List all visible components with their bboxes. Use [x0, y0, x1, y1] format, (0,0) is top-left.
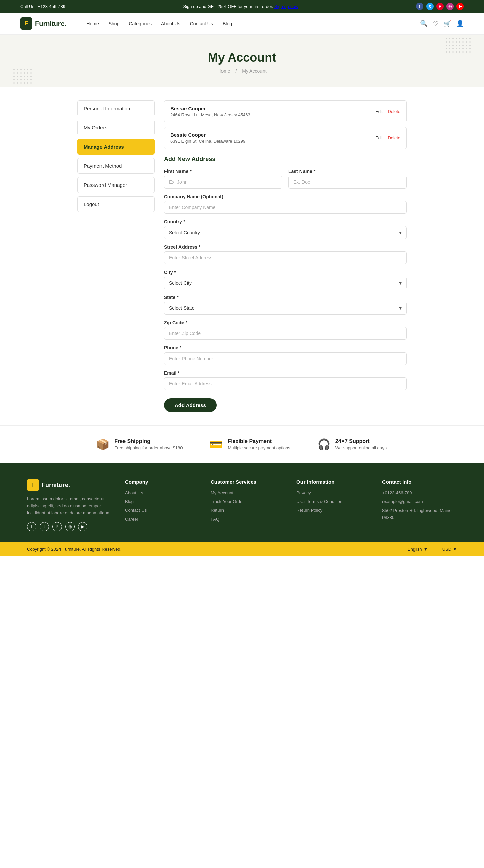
search-icon[interactable]: 🔍: [420, 20, 427, 27]
twitter-icon[interactable]: 𝕥: [426, 3, 433, 10]
footer-col-information: Our Information Privacy User Terms & Con…: [297, 479, 371, 531]
cart-icon[interactable]: 🛒: [444, 20, 451, 27]
edit-button-0[interactable]: Edit: [375, 109, 383, 114]
sidebar-item-password-manager[interactable]: Password Manager: [77, 177, 155, 193]
support-icon: 🎧: [317, 438, 331, 451]
nav-contact[interactable]: Contact Us: [190, 21, 213, 26]
email-group: Email *: [164, 370, 407, 390]
nav-blog[interactable]: Blog: [222, 21, 232, 26]
footer-faq[interactable]: FAQ: [211, 517, 219, 522]
sidebar-item-personal-information[interactable]: Personal Information: [77, 100, 155, 116]
phone-label: Phone *: [164, 345, 407, 350]
state-group: State * Select State ▼: [164, 295, 407, 314]
state-row: State * Select State ▼: [164, 295, 407, 314]
breadcrumb: Home / My Account: [20, 68, 464, 73]
feature-payment: 💳 Flexible Payment Multiple secure payme…: [209, 438, 290, 451]
footer-address: 8502 Preston Rd. Inglewood, Maine 98380: [382, 508, 452, 520]
header-icons: 🔍 ♡ 🛒 👤: [420, 20, 464, 27]
country-select-wrapper: Select Country ▼: [164, 226, 407, 239]
phone-row: Phone *: [164, 345, 407, 365]
footer-col-contact-title: Contact Info: [382, 479, 457, 485]
nav-about[interactable]: About Us: [161, 21, 181, 26]
last-name-input[interactable]: [289, 176, 407, 188]
footer-pinterest-icon[interactable]: P: [53, 522, 62, 531]
shipping-icon: 📦: [96, 438, 110, 451]
state-select[interactable]: Select State: [164, 302, 407, 314]
breadcrumb-separator: /: [236, 68, 238, 73]
breadcrumb-home[interactable]: Home: [217, 68, 230, 73]
footer-career[interactable]: Career: [125, 517, 139, 522]
footer-logo-icon: F: [27, 479, 39, 491]
street-input[interactable]: [164, 251, 407, 264]
country-select[interactable]: Select Country: [164, 226, 407, 239]
top-bar-social: f 𝕥 P ◎ ▶: [416, 3, 464, 10]
delete-button-1[interactable]: Delete: [388, 135, 400, 141]
footer-twitter-icon[interactable]: 𝕥: [40, 522, 49, 531]
zip-input[interactable]: [164, 327, 407, 340]
footer-privacy[interactable]: Privacy: [297, 490, 311, 495]
footer-phone[interactable]: +0123-456-789: [382, 490, 412, 495]
nav-home[interactable]: Home: [86, 21, 99, 26]
pinterest-icon[interactable]: P: [436, 3, 444, 10]
edit-button-1[interactable]: Edit: [375, 135, 383, 141]
first-name-label: First Name *: [164, 169, 282, 174]
breadcrumb-current: My Account: [242, 68, 266, 73]
nav-shop[interactable]: Shop: [109, 21, 120, 26]
footer-about[interactable]: About Us: [125, 490, 143, 495]
footer-bottom: Copyright © 2024 Furniture. All Rights R…: [0, 542, 484, 557]
chevron-down-icon-currency: ▼: [453, 547, 457, 552]
footer-terms[interactable]: User Terms & Condition: [297, 499, 342, 504]
state-label: State *: [164, 295, 407, 300]
footer-facebook-icon[interactable]: f: [27, 522, 36, 531]
footer-email[interactable]: example@gmail.com: [382, 499, 423, 504]
footer-desc: Lorem ipsum dolor sit amet, consectetur …: [27, 496, 114, 517]
wishlist-icon[interactable]: ♡: [433, 20, 438, 27]
nav-categories[interactable]: Categories: [129, 21, 152, 26]
feature-payment-title: Flexible Payment: [228, 438, 290, 444]
youtube-icon[interactable]: ▶: [456, 3, 464, 10]
sidebar-item-my-orders[interactable]: My Orders: [77, 120, 155, 135]
footer-youtube-icon[interactable]: ▶: [78, 522, 87, 531]
email-input[interactable]: [164, 377, 407, 390]
delete-button-0[interactable]: Delete: [388, 109, 400, 114]
payment-icon: 💳: [209, 438, 223, 451]
chevron-down-icon-lang: ▼: [423, 547, 427, 552]
email-label: Email *: [164, 370, 407, 376]
footer-instagram-icon[interactable]: ◎: [65, 522, 74, 531]
feature-support-desc: We support online all days.: [335, 445, 388, 450]
footer-return[interactable]: Return: [211, 508, 224, 513]
signup-link[interactable]: Sign up now: [274, 4, 299, 9]
footer-my-account[interactable]: My Account: [211, 490, 233, 495]
phone-input[interactable]: [164, 352, 407, 365]
hero: document.write(Array(40).fill('<div clas…: [0, 35, 484, 87]
add-address-button[interactable]: Add Address: [164, 398, 217, 412]
logo-text: Furniture.: [35, 20, 66, 28]
footer-contact[interactable]: Contact Us: [125, 508, 147, 513]
main-nav: Home Shop Categories About Us Contact Us…: [86, 21, 420, 26]
footer-return-policy[interactable]: Return Policy: [297, 508, 322, 513]
city-select[interactable]: Select City: [164, 277, 407, 289]
facebook-icon[interactable]: f: [416, 3, 423, 10]
sidebar-item-logout[interactable]: Logout: [77, 196, 155, 212]
footer-track-order[interactable]: Track Your Order: [211, 499, 244, 504]
city-row: City * Select City ▼: [164, 270, 407, 289]
zip-label: Zip Code *: [164, 320, 407, 325]
address-addr-0: 2464 Royal Ln. Mesa, New Jersey 45463: [171, 112, 250, 117]
sidebar-item-payment-method[interactable]: Payment Method: [77, 158, 155, 174]
top-bar-promo: Sign up and GET 25% OFF for your first o…: [183, 4, 299, 9]
currency-selector[interactable]: USD ▼: [442, 547, 457, 552]
footer-blog[interactable]: Blog: [125, 499, 134, 504]
company-input[interactable]: [164, 201, 407, 214]
user-icon[interactable]: 👤: [456, 20, 464, 27]
instagram-icon[interactable]: ◎: [446, 3, 454, 10]
address-addr-1: 6391 Elgin St. Celina, Delaware 10299: [171, 139, 245, 144]
footer-social: f 𝕥 P ◎ ▶: [27, 522, 114, 531]
company-row: Company Name (Optional): [164, 194, 407, 214]
sidebar-item-manage-address[interactable]: Manage Address: [77, 139, 155, 155]
logo: F Furniture.: [20, 18, 66, 30]
company-group: Company Name (Optional): [164, 194, 407, 214]
address-card-0: Bessie Cooper 2464 Royal Ln. Mesa, New J…: [164, 100, 407, 122]
language-selector[interactable]: English ▼: [408, 547, 428, 552]
address-name-0: Bessie Cooper: [171, 105, 250, 111]
first-name-input[interactable]: [164, 176, 282, 188]
